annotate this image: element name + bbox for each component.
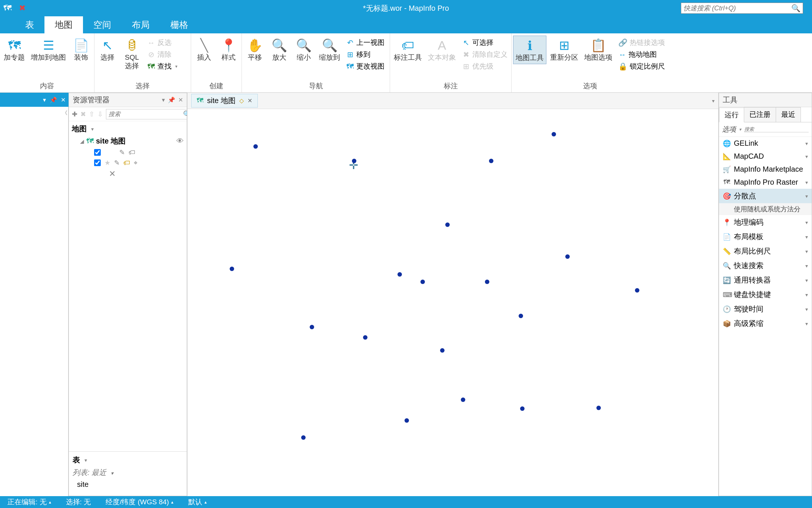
down-icon[interactable]: ⇩ [97,110,103,118]
map-point[interactable] [310,325,314,329]
tab-map[interactable]: 地图 [44,16,83,33]
tree-layer-row2[interactable]: ★ ✎🏷⌖ [72,158,184,168]
pin-icon[interactable]: 📌 [50,96,57,103]
tab-recent[interactable]: 最近 [776,107,801,122]
tree-map-root[interactable]: 地图▾ [72,123,184,135]
btn-map-tools[interactable]: ℹ地图工具 [513,36,546,64]
btn-add-to-map[interactable]: ☰增加到地图 [29,36,68,63]
btn-prev-view[interactable]: ↶上一视图 [344,37,388,48]
tool-layout-scale[interactable]: 📏布局比例尺▾ [719,244,812,258]
status-default[interactable]: 默认▴ [188,497,207,507]
layer-checkbox[interactable] [94,159,101,166]
btn-find[interactable]: 🗺查找▾ [145,61,189,72]
tool-quick-search[interactable]: 🔍快速搜索▾ [719,258,812,273]
tool-keyboard-shortcuts[interactable]: ⌨键盘快捷键▾ [719,287,812,302]
btn-zoom-to[interactable]: 🔍缩放到 [317,36,342,63]
map-point[interactable] [352,159,356,163]
tool-mapcad[interactable]: 📐MapCAD▾ [719,150,812,163]
status-coords[interactable]: 经度/纬度 (WGS 84)▴ [106,497,173,507]
btn-pan[interactable]: ✋平移 [243,36,266,63]
tab-running[interactable]: 运行 [719,108,744,122]
tool-raster[interactable]: 🗺MapInfo Pro Raster▾ [719,176,812,189]
btn-selectable[interactable]: ↖可选择 [460,37,510,48]
tab-table[interactable]: 表 [15,16,44,33]
tables-root[interactable]: 表▾ [73,454,183,466]
map-point[interactable] [230,267,234,271]
btn-drag-map[interactable]: ↔拖动地图 [616,49,667,60]
btn-theme[interactable]: 🗺加专题 [1,36,27,63]
btn-select[interactable]: ↖选择 [96,36,119,63]
tab-registered[interactable]: 已注册 [744,107,776,122]
up-icon[interactable]: ⇧ [89,110,94,118]
status-selection[interactable]: 选择: 无 [66,497,91,507]
tool-universal-translator[interactable]: 🔄通用转换器▾ [719,273,812,287]
pin-icon[interactable]: 📌 [168,96,175,103]
tool-layout-template[interactable]: 📄布局模板▾ [719,230,812,244]
add-icon[interactable]: ✚ [72,110,77,118]
tab-spatial[interactable]: 空间 [83,16,122,33]
left-panel: ▾ 📌 ✕ 《 [0,93,69,496]
tree-site-map[interactable]: ◢ 🗺 site 地图 👁 [72,135,184,147]
pin-icon[interactable]: ◇ [239,97,244,104]
dropdown-icon[interactable]: ▾ [162,96,165,103]
tool-drive-time[interactable]: 🕐驾驶时间▾ [719,302,812,316]
map-point[interactable] [420,280,425,284]
close-icon[interactable]: ✕ [178,96,183,103]
map-point[interactable] [596,406,601,410]
tool-advanced-pack[interactable]: 📦高级紧缩▾ [719,316,812,331]
resource-search-input[interactable] [109,111,183,118]
btn-zoom-out[interactable]: 🔍缩小 [292,36,315,63]
btn-style[interactable]: 📍样式 [217,36,240,63]
map-point[interactable] [520,406,525,411]
btn-move-to[interactable]: ⊞移到 [344,49,388,60]
map-point[interactable] [405,418,409,423]
tools-search-input[interactable] [744,126,809,132]
quick-search-input[interactable] [683,4,791,12]
map-point[interactable] [253,144,258,149]
map-point[interactable] [445,222,450,227]
map-tab-site[interactable]: 🗺 site 地图 ◇ ✕ [191,94,258,108]
map-point[interactable] [440,348,445,353]
map-point[interactable] [565,254,570,259]
map-point[interactable] [397,272,402,277]
btn-lock-scale[interactable]: 🔒锁定比例尺 [616,61,667,72]
map-point[interactable] [489,159,493,163]
resource-search[interactable]: 🔍 [106,109,194,119]
btn-zoom-in[interactable]: 🔍放大 [268,36,291,63]
quick-search-box[interactable]: 🔍 [681,3,803,14]
minimize-icon[interactable]: ▾ [43,96,46,103]
tab-raster[interactable]: 栅格 [160,16,199,33]
btn-redistrict[interactable]: ⊞重新分区 [548,36,580,63]
map-point[interactable] [519,314,523,318]
map-point[interactable] [552,132,556,136]
btn-label-tool[interactable]: 🏷标注工具 [392,36,424,63]
search-icon[interactable]: 🔍 [791,4,801,13]
btn-map-options[interactable]: 📋地图选项 [582,36,615,63]
btn-change-view[interactable]: 🗺更改视图 [344,61,388,72]
remove-icon[interactable]: ✖ [80,110,86,118]
map-point[interactable] [485,280,489,284]
collapse-icon[interactable]: 《 [62,110,67,116]
tool-scatter[interactable]: 🎯分散点▾ [719,189,812,203]
status-editing[interactable]: 正在编辑: 无▴ [7,497,51,507]
map-point[interactable] [461,398,465,402]
close-icon[interactable]: ✕ [247,97,252,104]
tree-layer-row1[interactable]: ✎🏷 [72,147,184,158]
btn-invert: ↔反选 [145,37,189,48]
tool-marketplace[interactable]: 🛒MapInfo Marketplace [719,163,812,176]
table-item-site[interactable]: site [73,479,183,490]
tool-gelink[interactable]: 🌐GELink▾ [719,137,812,150]
map-point[interactable] [301,435,306,440]
btn-insert[interactable]: ╲插入 [193,36,216,63]
map-canvas[interactable]: ✛ [187,109,718,496]
map-point[interactable] [635,288,639,293]
close-icon[interactable]: ✕ [61,96,66,103]
btn-sql-select[interactable]: 🛢SQL 选择 [120,36,143,72]
map-point[interactable] [363,335,367,340]
tab-layout[interactable]: 布局 [122,16,160,33]
tabs-dropdown-icon[interactable]: ▾ [712,98,715,104]
layer-checkbox[interactable] [94,149,101,156]
tool-geocode[interactable]: 📍地理编码▾ [719,215,812,230]
qat-icon[interactable]: ✖ [15,0,30,16]
btn-decorate[interactable]: 📄装饰 [70,36,93,63]
